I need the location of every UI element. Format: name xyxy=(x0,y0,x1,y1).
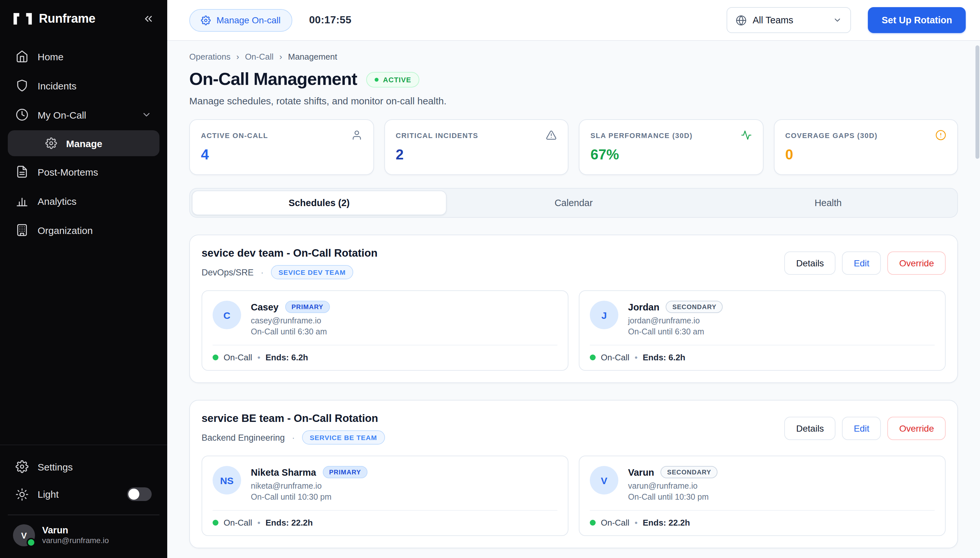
sidebar-item-label: My On-Call xyxy=(38,109,86,120)
avatar: V xyxy=(13,524,35,547)
breadcrumb: Operations › On-Call › Management xyxy=(189,52,958,62)
runframe-logo-icon xyxy=(13,12,33,25)
member-grid: C Casey PRIMARY casey@runframe.io On-Cal… xyxy=(202,290,946,371)
setup-rotation-button[interactable]: Set Up Rotation xyxy=(868,7,966,33)
tab-bar: Schedules (2) Calendar Health xyxy=(189,188,958,218)
member-ends: Ends: 6.2h xyxy=(643,353,685,362)
clock-icon xyxy=(16,108,28,121)
stat-value: 0 xyxy=(785,146,946,163)
user-icon xyxy=(351,130,362,141)
alert-triangle-icon xyxy=(546,130,557,141)
sidebar-item-home[interactable]: Home xyxy=(8,43,159,70)
sidebar-item-post-mortems[interactable]: Post-Mortems xyxy=(8,158,159,185)
page-subtitle: Manage schedules, rotate shifts, and mon… xyxy=(189,95,958,106)
sidebar-header: Runframe xyxy=(0,0,167,36)
toggle-knob xyxy=(128,489,140,500)
member-until: On-Call until 6:30 am xyxy=(251,327,330,336)
sidebar-item-label: Organization xyxy=(38,225,93,236)
member-status: On-Call xyxy=(601,518,629,528)
team-filter-select[interactable]: All Teams xyxy=(727,7,851,33)
schedule-subtitle: DevOps/SRE · SEVICE DEV TEAM xyxy=(202,265,378,279)
member-until: On-Call until 10:30 pm xyxy=(251,492,368,502)
oncall-timer: 00:17:55 xyxy=(309,14,351,26)
schedule-actions: Details Edit Override xyxy=(785,417,946,440)
stat-label: CRITICAL INCIDENTS xyxy=(396,131,478,139)
avatar: NS xyxy=(213,466,241,494)
avatar: C xyxy=(213,301,241,329)
tab-schedules[interactable]: Schedules (2) xyxy=(192,190,446,215)
role-badge: PRIMARY xyxy=(323,466,368,478)
stat-label: SLA PERFORMANCE (30D) xyxy=(591,131,693,139)
status-dot xyxy=(374,77,379,81)
manage-oncall-button[interactable]: Manage On-call xyxy=(189,9,292,31)
avatar: J xyxy=(590,301,618,329)
user-info: Varun varun@runframe.io xyxy=(42,524,109,546)
dot-separator: · xyxy=(292,433,295,442)
bullet-separator: • xyxy=(635,518,637,528)
breadcrumb-separator: › xyxy=(279,52,282,62)
chevron-down-icon xyxy=(833,16,842,25)
sidebar-item-label: Home xyxy=(38,51,64,62)
page-title: On-Call Management xyxy=(189,69,357,89)
theme-label: Light xyxy=(38,489,59,500)
home-icon xyxy=(16,50,28,63)
bullet-separator: • xyxy=(635,353,637,362)
schedule-team: DevOps/SRE xyxy=(202,268,254,277)
bullet-separator: • xyxy=(257,518,260,528)
tab-health[interactable]: Health xyxy=(701,190,955,215)
sidebar-item-label: Analytics xyxy=(38,195,77,207)
app: Runframe Home Incidents My On-Call Manag xyxy=(0,0,980,558)
page-content: Operations › On-Call › Management On-Cal… xyxy=(167,41,980,558)
sidebar-item-incidents[interactable]: Incidents xyxy=(8,72,159,99)
member-status: On-Call xyxy=(601,353,629,362)
building-icon xyxy=(16,223,28,236)
globe-icon xyxy=(736,15,747,26)
stat-value: 2 xyxy=(396,146,557,163)
member-email: jordan@runframe.io xyxy=(628,316,723,325)
brand-name: Runframe xyxy=(39,11,95,26)
breadcrumb-operations[interactable]: Operations xyxy=(189,52,230,62)
main-area: Manage On-call 00:17:55 All Teams Set Up… xyxy=(167,0,980,558)
edit-button[interactable]: Edit xyxy=(842,417,881,440)
theme-toggle[interactable] xyxy=(127,487,152,501)
member-grid: NS Niketa Sharma PRIMARY niketa@runframe… xyxy=(202,456,946,536)
details-button[interactable]: Details xyxy=(785,417,836,440)
chevron-down-icon xyxy=(141,110,152,120)
sun-icon xyxy=(16,488,28,501)
override-button[interactable]: Override xyxy=(888,251,946,275)
member-email: varun@runframe.io xyxy=(628,481,718,491)
tab-calendar[interactable]: Calendar xyxy=(446,190,701,215)
member-name: Niketa Sharma xyxy=(251,467,316,477)
gear-icon xyxy=(16,460,28,473)
override-button[interactable]: Override xyxy=(888,417,946,440)
status-badge-label: ACTIVE xyxy=(383,75,411,83)
status-dot xyxy=(213,520,218,525)
stats-row: ACTIVE ON-CALL 4 CRITICAL INCIDENTS 2 SL… xyxy=(189,119,958,175)
sidebar-item-settings[interactable]: Settings xyxy=(8,453,159,480)
schedule-card: sevice dev team - On-Call Rotation DevOp… xyxy=(189,235,958,383)
member-status-row: On-Call • Ends: 6.2h xyxy=(213,345,557,362)
details-button[interactable]: Details xyxy=(785,251,836,275)
bullet-separator: • xyxy=(257,353,260,362)
stat-card-coverage-gaps: COVERAGE GAPS (30D) 0 xyxy=(773,119,958,175)
schedule-actions: Details Edit Override xyxy=(785,251,946,275)
scrollbar[interactable] xyxy=(975,45,979,159)
chevrons-left-icon xyxy=(143,13,154,25)
breadcrumb-oncall[interactable]: On-Call xyxy=(245,52,274,62)
sidebar-nav: Home Incidents My On-Call Manage Post-Mo… xyxy=(0,36,167,244)
edit-button[interactable]: Edit xyxy=(842,251,881,275)
status-dot xyxy=(590,354,596,360)
online-status-dot xyxy=(26,538,36,547)
stat-label: COVERAGE GAPS (30D) xyxy=(785,131,878,139)
user-profile[interactable]: V Varun varun@runframe.io xyxy=(8,515,159,548)
sidebar-item-analytics[interactable]: Analytics xyxy=(8,187,159,215)
sidebar-item-my-oncall[interactable]: My On-Call xyxy=(8,101,159,128)
sidebar-item-manage[interactable]: Manage xyxy=(8,130,159,156)
member-email: casey@runframe.io xyxy=(251,316,330,325)
status-dot xyxy=(590,520,596,525)
sidebar-collapse-button[interactable] xyxy=(141,11,156,26)
member-name: Casey xyxy=(251,302,278,312)
member-email: niketa@runframe.io xyxy=(251,481,368,491)
manage-oncall-label: Manage On-call xyxy=(217,15,281,25)
sidebar-item-organization[interactable]: Organization xyxy=(8,217,159,244)
